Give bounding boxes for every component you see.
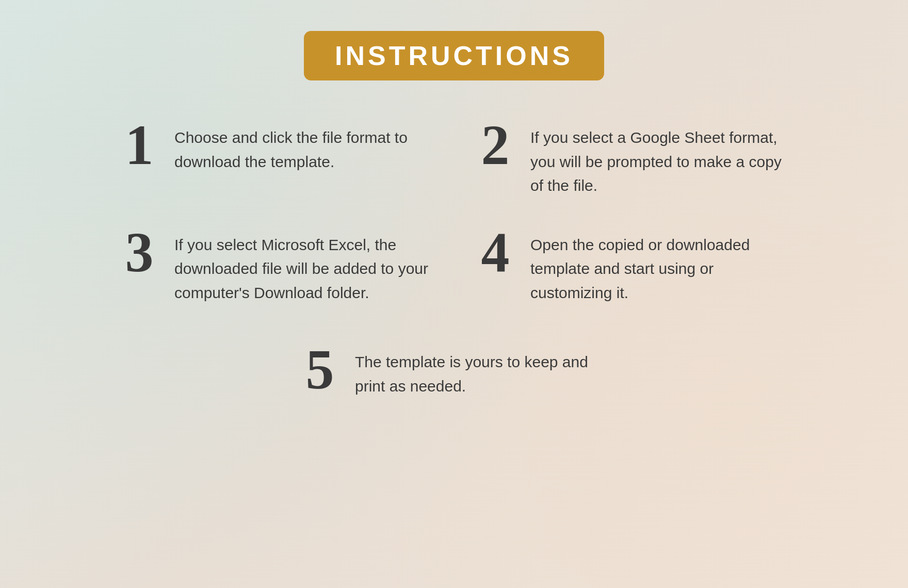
step-2-number: 2 (475, 117, 516, 173)
step-2: 2 If you select a Google Sheet format, y… (475, 122, 789, 198)
step-1: 1 Choose and click the file format to do… (119, 122, 433, 198)
step-5: 5 The template is yours to keep and prin… (299, 346, 609, 398)
step-5-text: The template is yours to keep and print … (355, 346, 609, 398)
title-badge: INSTRUCTIONS (304, 31, 604, 80)
step-3: 3 If you select Microsoft Excel, the dow… (119, 229, 433, 305)
step-5-number: 5 (299, 341, 340, 398)
step-4-number: 4 (475, 224, 516, 281)
step-1-number: 1 (119, 117, 160, 173)
step-4-text: Open the copied or downloaded template a… (530, 229, 789, 305)
title-container: INSTRUCTIONS (304, 31, 604, 80)
step-1-text: Choose and click the file format to down… (174, 122, 433, 174)
step-5-container: 5 The template is yours to keep and prin… (119, 346, 789, 398)
page-title: INSTRUCTIONS (335, 41, 573, 71)
step-3-number: 3 (119, 224, 160, 281)
step-3-text: If you select Microsoft Excel, the downl… (174, 229, 433, 305)
page-container: INSTRUCTIONS 1 Choose and click the file… (0, 0, 908, 588)
step-4: 4 Open the copied or downloaded template… (475, 229, 789, 305)
steps-grid: 1 Choose and click the file format to do… (119, 122, 789, 398)
step-2-text: If you select a Google Sheet format, you… (530, 122, 789, 198)
